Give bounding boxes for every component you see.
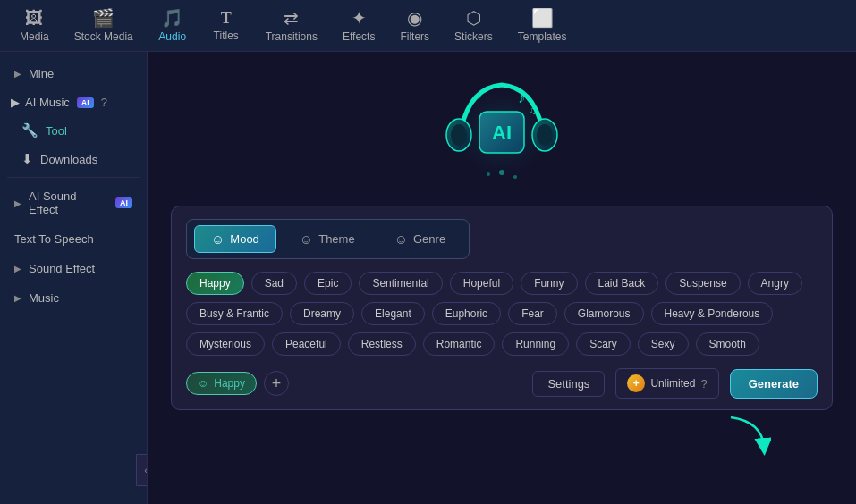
- unlimited-help-icon: ?: [700, 377, 707, 391]
- ai-badge: AI: [77, 97, 94, 108]
- mood-tag-laid-back[interactable]: Laid Back: [585, 272, 659, 295]
- theme-tab-icon: ☺: [300, 231, 313, 247]
- sound-effect-arrow: ▶: [14, 264, 21, 273]
- tab-theme[interactable]: ☺ Theme: [284, 226, 371, 252]
- svg-text:♫: ♫: [529, 105, 537, 117]
- mood-tag-funny[interactable]: Funny: [521, 272, 577, 295]
- stock-media-icon: 🎬: [92, 9, 114, 27]
- generate-button[interactable]: Generate: [730, 369, 818, 399]
- svg-text:♪: ♪: [518, 90, 525, 105]
- top-navigation: 🖼 Media 🎬 Stock Media 🎵 Audio T Titles ⇄…: [0, 0, 856, 52]
- mood-tag-elegant[interactable]: Elegant: [361, 302, 425, 325]
- nav-templates[interactable]: ⬜ Templates: [505, 4, 580, 48]
- svg-text:♪: ♪: [477, 88, 483, 102]
- svg-point-10: [499, 170, 504, 175]
- sidebar-item-music[interactable]: ▶ Music: [4, 284, 143, 312]
- ai-sound-badge: AI: [115, 197, 132, 208]
- mood-tag-busy--frantic[interactable]: Busy & Frantic: [186, 302, 283, 325]
- nav-audio[interactable]: 🎵 Audio: [146, 4, 199, 48]
- settings-button[interactable]: Settings: [532, 371, 605, 397]
- music-arrow: ▶: [14, 293, 21, 303]
- templates-icon: ⬜: [531, 9, 554, 27]
- filters-icon: ◉: [407, 9, 422, 27]
- effects-icon: ✦: [352, 9, 367, 27]
- svg-point-4: [537, 124, 553, 146]
- selected-tag-icon: ☺: [198, 377, 208, 390]
- mood-tag-suspense[interactable]: Suspense: [665, 272, 740, 295]
- selected-tags-row: ☺ Happy +: [186, 371, 289, 396]
- sidebar-item-sound-effect[interactable]: ▶ Sound Effect: [4, 255, 143, 282]
- ai-music-arrow: ▶: [11, 96, 20, 109]
- mood-tag-happy[interactable]: Happy: [186, 272, 244, 295]
- svg-point-12: [487, 172, 490, 176]
- mood-tags-row-2: Busy & FranticDreamyElegantEuphoricFearG…: [186, 302, 818, 325]
- sidebar-item-downloads[interactable]: ⬇ Downloads: [0, 145, 147, 173]
- mood-tag-epic[interactable]: Epic: [304, 272, 352, 295]
- mood-tag-fear[interactable]: Fear: [508, 302, 557, 325]
- content-area: AI ♪ ♫ ♪ ☺ Mood ☺ Theme: [148, 52, 856, 504]
- nav-filters[interactable]: ◉ Filters: [387, 4, 442, 48]
- mood-tag-glamorous[interactable]: Glamorous: [564, 302, 644, 325]
- media-icon: 🖼: [25, 9, 43, 27]
- tab-genre[interactable]: ☺ Genre: [378, 226, 462, 252]
- nav-transitions[interactable]: ⇄ Transitions: [253, 4, 330, 48]
- ai-sound-arrow: ▶: [14, 198, 21, 208]
- main-panel: ☺ Mood ☺ Theme ☺ Genre HappySadEpicSenti…: [171, 206, 833, 410]
- stickers-icon: ⬡: [466, 9, 481, 27]
- selected-tag-pill-happy[interactable]: ☺ Happy: [186, 372, 257, 395]
- mood-tag-sentimental[interactable]: Sentimental: [359, 272, 442, 295]
- mood-tags-row-1: HappySadEpicSentimentalHopefulFunnyLaid …: [186, 272, 818, 295]
- svg-point-11: [513, 175, 517, 179]
- add-tag-button[interactable]: +: [264, 371, 289, 396]
- svg-text:AI: AI: [492, 122, 512, 144]
- sidebar-item-mine[interactable]: ▶ Mine: [4, 60, 143, 88]
- sidebar-divider-1: [7, 177, 140, 178]
- audio-icon: 🎵: [161, 9, 183, 27]
- sidebar: ▶ Mine ▶ AI Music AI ? 🔧 Tool ⬇ Download…: [0, 52, 148, 504]
- help-icon[interactable]: ?: [101, 96, 107, 109]
- mood-tag-smooth[interactable]: Smooth: [696, 332, 759, 356]
- nav-stickers[interactable]: ⬡ Stickers: [442, 4, 505, 48]
- nav-effects[interactable]: ✦ Effects: [330, 4, 387, 48]
- titles-icon: T: [221, 10, 232, 26]
- mood-tag-hopeful[interactable]: Hopeful: [450, 272, 513, 295]
- arrow-indicator: [726, 413, 771, 458]
- mood-tag-sad[interactable]: Sad: [251, 272, 297, 295]
- mood-tag-scary[interactable]: Scary: [576, 332, 631, 356]
- sidebar-item-ai-music[interactable]: ▶ AI Music AI ?: [0, 88, 147, 116]
- svg-point-2: [451, 124, 467, 146]
- nav-stock-media[interactable]: 🎬 Stock Media: [62, 4, 146, 48]
- mood-tag-angry[interactable]: Angry: [748, 272, 802, 295]
- mood-tag-euphoric[interactable]: Euphoric: [432, 302, 501, 325]
- tool-icon: 🔧: [21, 122, 38, 139]
- sidebar-item-tool[interactable]: 🔧 Tool: [0, 116, 147, 145]
- mood-tag-sexy[interactable]: Sexy: [638, 332, 689, 356]
- ai-visual: AI ♪ ♫ ♪: [435, 70, 569, 195]
- unlimited-button[interactable]: + Unlimited ?: [615, 368, 718, 399]
- main-layout: ▶ Mine ▶ AI Music AI ? 🔧 Tool ⬇ Download…: [0, 52, 856, 504]
- mood-tag-dreamy[interactable]: Dreamy: [290, 302, 354, 325]
- sidebar-item-text-to-speech[interactable]: Text To Speech: [4, 225, 143, 253]
- transitions-icon: ⇄: [284, 9, 299, 27]
- bottom-bar: ☺ Happy + Settings + Unlimited ? Generat…: [186, 368, 818, 399]
- mine-arrow: ▶: [14, 69, 21, 79]
- unlimited-icon: +: [627, 374, 645, 392]
- mood-tab-icon: ☺: [211, 231, 225, 247]
- right-controls: Settings + Unlimited ? Generate: [532, 368, 818, 399]
- mood-tags-area: HappySadEpicSentimentalHopefulFunnyLaid …: [186, 272, 818, 356]
- mood-tag-heavy--ponderous[interactable]: Heavy & Ponderous: [651, 302, 774, 325]
- mood-tags-row-3: MysteriousPeacefulRestlessRomanticRunnin…: [186, 332, 818, 356]
- genre-tab-icon: ☺: [394, 231, 408, 247]
- downloads-icon: ⬇: [21, 151, 33, 167]
- nav-titles[interactable]: T Titles: [199, 4, 253, 47]
- mood-tag-running[interactable]: Running: [502, 332, 569, 356]
- sidebar-collapse-button[interactable]: ‹: [136, 454, 148, 486]
- mood-tag-mysterious[interactable]: Mysterious: [186, 332, 265, 356]
- mood-tag-restless[interactable]: Restless: [348, 332, 416, 356]
- tab-mood[interactable]: ☺ Mood: [194, 225, 276, 253]
- nav-media[interactable]: 🖼 Media: [7, 4, 62, 48]
- mood-tag-peaceful[interactable]: Peaceful: [272, 332, 341, 356]
- sidebar-item-ai-sound-effect[interactable]: ▶ AI Sound Effect AI: [4, 182, 143, 223]
- mood-tag-romantic[interactable]: Romantic: [423, 332, 496, 356]
- tabs-row: ☺ Mood ☺ Theme ☺ Genre: [186, 219, 470, 259]
